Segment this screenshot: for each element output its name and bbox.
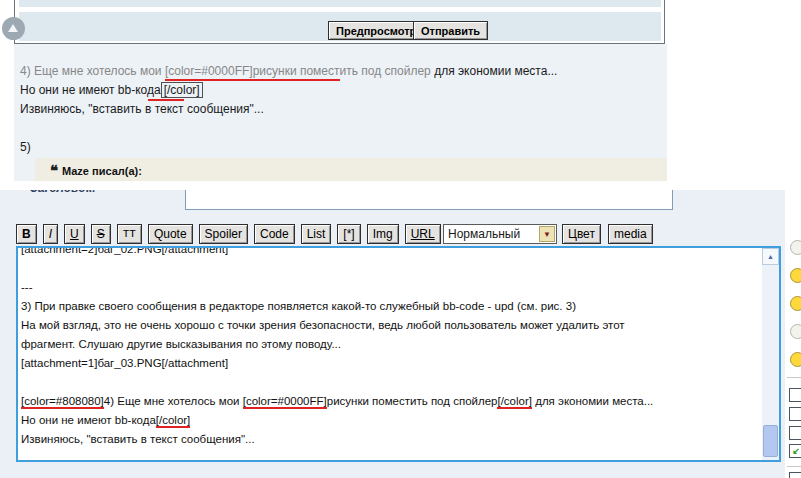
img-button[interactable]: Img [367, 224, 399, 244]
scrollbar-thumb[interactable] [763, 425, 778, 457]
scrollbar-up-arrow-icon[interactable]: ▲ [762, 248, 779, 265]
list-item-button[interactable]: [*] [337, 224, 360, 244]
subject-label: Заголовок: [30, 190, 170, 196]
forum-post-edit-page: Предпросмотр Отправить 4) Еще мне хотело… [0, 0, 801, 478]
code-button[interactable]: Code [254, 224, 295, 244]
red-underline-annotation: [color=#808080] [21, 395, 104, 409]
divider [787, 377, 801, 378]
textarea-line-annotated: [color=#808080]4) Еще мне хотелось мои [… [21, 392, 759, 411]
preview-line-5: 5) [20, 138, 31, 157]
divider [787, 466, 801, 467]
smiley-icon[interactable] [790, 324, 801, 339]
underline-button[interactable]: U [64, 224, 85, 244]
textarea-line-annotated: Но они не имеют bb-кода[/color] [21, 411, 759, 430]
subject-input[interactable] [185, 190, 673, 210]
smiley-icon[interactable] [790, 268, 801, 283]
font-size-select[interactable]: Нормальный ▼ [443, 224, 557, 244]
bold-button[interactable]: B [16, 224, 37, 244]
textarea-scrollbar[interactable]: ▲ [762, 248, 779, 460]
smiley-icon[interactable] [790, 296, 801, 311]
textarea-line: фрагмент. Слушаю другие высказывания по … [21, 335, 759, 354]
strikethrough-button[interactable]: S [91, 224, 111, 244]
textarea-line: Извиняюсь, "вставить в текст сообщения".… [21, 430, 759, 449]
teletype-button[interactable]: TT [117, 224, 142, 244]
submit-button[interactable]: Отправить [413, 21, 488, 40]
url-button[interactable]: URL [405, 224, 441, 244]
edge-button[interactable] [789, 407, 801, 421]
quote-author: Maze писал(а): [62, 165, 142, 177]
bbcode-toolbar: B I U S TT Quote Spoiler Code List [*] I… [16, 224, 441, 244]
dropdown-arrow-icon[interactable]: ▼ [539, 226, 555, 242]
message-textarea[interactable]: [attachment=2]баг_02.PNG[/attachment] --… [16, 246, 781, 462]
boxed-bbcode-annotation: [/color] [161, 82, 203, 98]
quote-mark-icon: ❝ [50, 162, 58, 179]
italic-button[interactable]: I [43, 224, 58, 244]
textarea-line [21, 259, 759, 278]
textarea-line: На мой взгляд, это не очень хорошо с точ… [21, 316, 759, 335]
edge-button[interactable] [789, 388, 801, 402]
preview-line-1: 4) Еще мне хотелось мои [color=#0000FF]р… [20, 62, 557, 81]
textarea-line: [attachment=2]баг_02.PNG[/attachment] [21, 246, 759, 259]
font-size-selected-value: Нормальный [448, 227, 520, 241]
red-underline-annotation: [color=#0000FF]рисунки помест [165, 64, 340, 81]
form-panel-strip [19, 0, 661, 7]
message-text: [attachment=2]баг_02.PNG[/attachment] --… [21, 246, 759, 449]
scroll-to-top-button[interactable] [2, 17, 25, 40]
edge-button[interactable] [789, 426, 801, 440]
quote-block: ❝Maze писал(а): [35, 158, 667, 181]
textarea-line: --- [21, 278, 759, 297]
quote-button[interactable]: Quote [148, 224, 193, 244]
smiley-icon[interactable] [790, 352, 801, 367]
edge-button[interactable] [789, 472, 801, 478]
red-underline-annotation: [/color] [497, 395, 532, 409]
textarea-line: 3) При правке своего сообщения в редакто… [21, 297, 759, 316]
color-button[interactable]: Цвет [562, 224, 601, 244]
textarea-line: [attachment=1]баг_03.PNG[/attachment] [21, 354, 759, 373]
smiley-icon[interactable] [790, 240, 801, 255]
red-underline-annotation: [color=#0000FF] [243, 395, 327, 409]
textarea-line [21, 373, 759, 392]
preview-line-2: Но они не имеют bb-кода[/color] [20, 81, 203, 100]
red-underline-annotation: [/color] [156, 414, 191, 428]
edge-button-insert[interactable]: ↙ [789, 444, 801, 458]
list-button[interactable]: List [301, 224, 332, 244]
green-arrow-icon: ↙ [792, 446, 800, 456]
preview-button[interactable]: Предпросмотр [328, 21, 424, 40]
preview-line-3: Извиняюсь, "вставить в текст сообщения".… [20, 100, 264, 119]
up-triangle-icon [8, 24, 18, 32]
media-button[interactable]: media [608, 224, 653, 244]
spoiler-button[interactable]: Spoiler [199, 224, 248, 244]
